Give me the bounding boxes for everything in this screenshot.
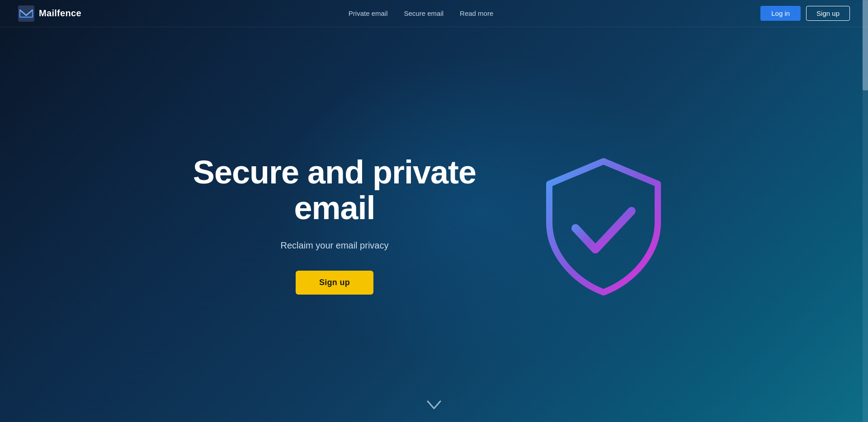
nav-link-read-more[interactable]: Read more — [460, 9, 493, 17]
signup-nav-button[interactable]: Sign up — [806, 6, 850, 21]
nav-buttons: Log in Sign up — [760, 6, 850, 21]
hero-section: Secure and private email Reclaim your em… — [0, 27, 868, 422]
logo[interactable]: Mailfence — [18, 5, 81, 22]
signup-hero-button[interactable]: Sign up — [296, 271, 373, 295]
logo-icon — [18, 5, 34, 22]
scroll-indicator[interactable] — [425, 399, 443, 411]
hero-title: Secure and private email — [188, 155, 481, 226]
hero-graphic — [527, 148, 680, 301]
shield-icon — [527, 148, 680, 301]
hero-subtitle: Reclaim your email privacy — [281, 240, 389, 251]
hero-content: Secure and private email Reclaim your em… — [140, 148, 728, 301]
nav-links: Private email Secure email Read more — [349, 9, 493, 17]
nav-link-private-email[interactable]: Private email — [349, 9, 388, 17]
logo-text: Mailfence — [39, 8, 81, 19]
scrollbar-track — [863, 0, 868, 422]
page-wrapper: Mailfence Private email Secure email Rea… — [0, 0, 868, 422]
nav-link-secure-email[interactable]: Secure email — [404, 9, 444, 17]
navbar: Mailfence Private email Secure email Rea… — [0, 0, 868, 27]
hero-text-block: Secure and private email Reclaim your em… — [188, 155, 481, 295]
chevron-down-icon — [425, 399, 443, 411]
svg-rect-0 — [18, 5, 34, 22]
login-button[interactable]: Log in — [760, 6, 801, 21]
